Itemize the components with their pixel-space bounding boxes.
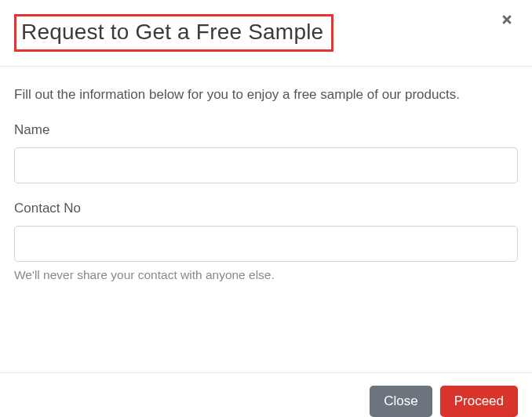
modal-title-highlight: Request to Get a Free Sample [14, 14, 333, 52]
form-group-name: Name [14, 122, 518, 183]
close-icon [501, 12, 513, 29]
intro-text: Fill out the information below for you t… [14, 84, 518, 105]
proceed-button[interactable]: Proceed [440, 386, 518, 417]
name-label: Name [14, 122, 518, 138]
modal-body: Fill out the information below for you t… [0, 67, 532, 372]
contact-input[interactable] [14, 226, 518, 262]
close-button[interactable]: Close [370, 386, 432, 417]
modal-dialog: Request to Get a Free Sample Fill out th… [0, 0, 532, 417]
name-input[interactable] [14, 147, 518, 183]
contact-label: Contact No [14, 201, 518, 216]
modal-footer: Close Proceed [0, 372, 532, 417]
contact-hint: We'll never share your contact with anyo… [14, 268, 518, 282]
modal-title: Request to Get a Free Sample [21, 20, 323, 45]
form-group-contact: Contact No We'll never share your contac… [14, 201, 518, 282]
close-icon-button[interactable] [496, 13, 518, 28]
modal-header: Request to Get a Free Sample [0, 0, 532, 67]
